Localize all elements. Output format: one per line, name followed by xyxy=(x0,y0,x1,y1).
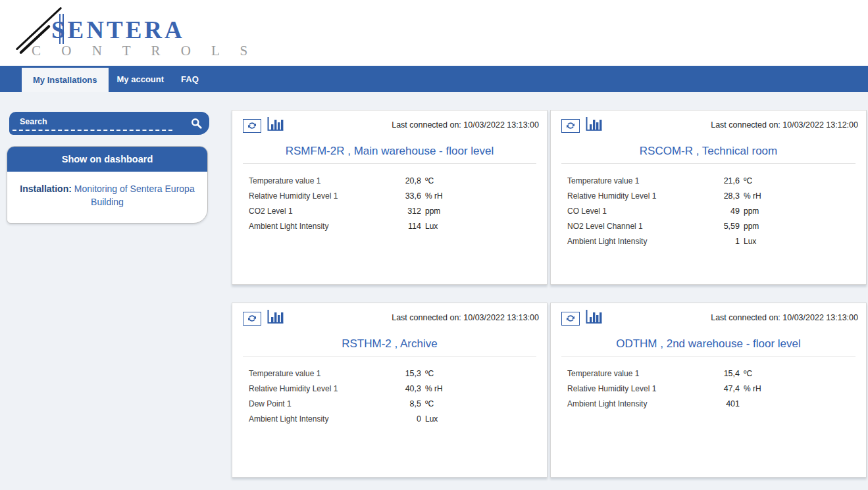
sensor-label: Temperature value 1 xyxy=(249,176,370,185)
sensor-row: Ambient Light Intensity 401 xyxy=(551,396,866,411)
sensor-unit: % rH xyxy=(425,191,443,201)
search-icon[interactable] xyxy=(191,118,202,129)
sensor-label: NO2 Level Channel 1 xyxy=(567,222,689,231)
sensor-unit: ppm xyxy=(744,222,759,231)
title-divider xyxy=(243,163,536,164)
sensor-row: Temperature value 1 15,4 ºC xyxy=(551,366,866,381)
sensor-row: Temperature value 1 21,6 ºC xyxy=(551,173,866,188)
sensor-unit: ºC xyxy=(744,369,752,378)
sensor-label: Relative Humidity Level 1 xyxy=(567,384,689,393)
sensor-value: 1 xyxy=(689,237,740,246)
sensor-label: CO Level 1 xyxy=(567,207,689,216)
tab-my-account[interactable]: My account xyxy=(109,66,173,92)
sensor-unit: % rH xyxy=(744,384,761,393)
show-on-dashboard-button[interactable]: Show on dashboard xyxy=(7,147,207,172)
device-cards-grid: Last connected on: 10/03/2022 13:13:00 R… xyxy=(232,110,867,478)
sensor-label: Temperature value 1 xyxy=(249,369,370,378)
sensor-row: NO2 Level Channel 1 5,59 ppm xyxy=(551,218,866,233)
refresh-button[interactable] xyxy=(243,119,261,133)
sensor-row: Ambient Light Intensity 1 Lux xyxy=(551,233,866,249)
sensor-unit: ppm xyxy=(425,207,440,216)
sensor-unit: ºC xyxy=(425,399,434,408)
search-input[interactable]: Search xyxy=(9,112,209,135)
header: SENTERA C O N T R O L S xyxy=(0,0,868,66)
brand-subname: C O N T R O L S xyxy=(32,43,256,59)
bar-chart-icon xyxy=(267,116,284,134)
tab-faq[interactable]: FAQ xyxy=(172,66,207,92)
sensor-label: CO2 Level 1 xyxy=(249,207,370,216)
search-placeholder: Search xyxy=(20,117,47,126)
last-connected-timestamp: Last connected on: 10/03/2022 13:13:00 xyxy=(711,312,858,322)
sensor-value: 33,6 xyxy=(370,191,421,201)
sensor-rows: Temperature value 1 15,4 ºC Relative Hum… xyxy=(551,366,866,411)
device-title[interactable]: ODTHM , 2nd warehouse - floor level xyxy=(551,337,866,351)
card-toolbar: Last connected on: 10/03/2022 13:12:00 xyxy=(561,119,858,134)
sensor-value: 28,3 xyxy=(689,191,740,201)
search-underline xyxy=(13,130,172,131)
bar-chart-icon xyxy=(586,116,602,134)
refresh-button[interactable] xyxy=(243,312,261,326)
sensor-value: 15,3 xyxy=(370,369,421,378)
sensor-unit: ºC xyxy=(425,369,434,378)
sensor-label: Temperature value 1 xyxy=(567,369,689,378)
installation-link[interactable]: Installation: Monitoring of Sentera Euro… xyxy=(7,172,207,222)
sensor-unit: ppm xyxy=(744,207,759,216)
sensor-value: 8,5 xyxy=(370,399,421,408)
refresh-icon xyxy=(247,313,257,325)
refresh-button[interactable] xyxy=(561,119,580,133)
logo-s-stroke xyxy=(59,14,61,44)
sensor-unit: % rH xyxy=(425,384,443,393)
sensor-unit: % rH xyxy=(744,191,761,201)
sensor-row: Temperature value 1 15,3 ºC xyxy=(232,366,547,381)
refresh-button[interactable] xyxy=(561,312,580,326)
sensor-value: 47,4 xyxy=(689,384,740,393)
sensor-row: Relative Humidity Level 1 28,3 % rH xyxy=(551,188,866,203)
sensor-unit: Lux xyxy=(425,222,438,231)
sensor-label: Relative Humidity Level 1 xyxy=(249,384,370,393)
chart-button[interactable] xyxy=(267,312,284,326)
sentera-logo: SENTERA C O N T R O L S xyxy=(13,4,197,62)
title-divider xyxy=(243,356,536,356)
sensor-value: 0 xyxy=(370,414,421,424)
sensor-value: 21,6 xyxy=(689,176,740,185)
installation-label: Installation: xyxy=(20,184,74,194)
sensor-label: Dew Point 1 xyxy=(249,399,370,408)
last-connected-timestamp: Last connected on: 10/03/2022 13:12:00 xyxy=(711,119,858,130)
chart-button[interactable] xyxy=(267,119,284,134)
sensor-unit: Lux xyxy=(425,414,438,424)
sensor-label: Temperature value 1 xyxy=(567,176,689,185)
device-title[interactable]: RSCOM-R , Technical room xyxy=(551,145,866,158)
tab-my-installations[interactable]: My Installations xyxy=(22,68,109,92)
refresh-icon xyxy=(566,120,575,132)
device-title[interactable]: RSMFM-2R , Main warehouse - floor level xyxy=(232,145,547,158)
sensor-row: Relative Humidity Level 1 33,6 % rH xyxy=(232,188,547,203)
dashboard-panel: Show on dashboard Installation: Monitori… xyxy=(7,146,208,224)
device-card: Last connected on: 10/03/2022 13:12:00 R… xyxy=(550,110,867,285)
refresh-icon xyxy=(566,313,575,325)
sensor-row: CO Level 1 49 ppm xyxy=(551,203,866,218)
sensor-unit: Lux xyxy=(744,237,756,246)
device-card: Last connected on: 10/03/2022 13:13:00 R… xyxy=(232,110,548,285)
device-card: Last connected on: 10/03/2022 13:13:00 R… xyxy=(232,303,548,478)
sensor-label: Ambient Light Intensity xyxy=(249,414,370,424)
device-title[interactable]: RSTHM-2 , Archive xyxy=(232,337,547,351)
sensor-row: CO2 Level 1 312 ppm xyxy=(232,203,547,218)
chart-button[interactable] xyxy=(586,312,603,326)
bar-chart-icon xyxy=(267,309,284,326)
sensor-row: Ambient Light Intensity 0 Lux xyxy=(232,411,547,426)
sensor-value: 49 xyxy=(689,207,740,216)
chart-button[interactable] xyxy=(586,119,603,134)
sensor-label: Ambient Light Intensity xyxy=(567,237,689,246)
sensor-rows: Temperature value 1 21,6 ºC Relative Hum… xyxy=(551,173,866,249)
card-toolbar: Last connected on: 10/03/2022 13:13:00 xyxy=(561,312,858,326)
content-area: Search Show on dashboard Installation: M… xyxy=(0,92,868,490)
sensor-label: Ambient Light Intensity xyxy=(249,222,370,231)
sensor-row: Relative Humidity Level 1 47,4 % rH xyxy=(551,381,866,396)
sensor-value: 114 xyxy=(370,222,421,231)
sensor-row: Temperature value 1 20,8 ºC xyxy=(232,173,547,188)
card-toolbar: Last connected on: 10/03/2022 13:13:00 xyxy=(243,119,539,134)
logo-s-stroke xyxy=(63,14,64,44)
sensor-value: 312 xyxy=(370,207,421,216)
title-divider xyxy=(561,356,855,356)
last-connected-timestamp: Last connected on: 10/03/2022 13:13:00 xyxy=(392,312,539,322)
